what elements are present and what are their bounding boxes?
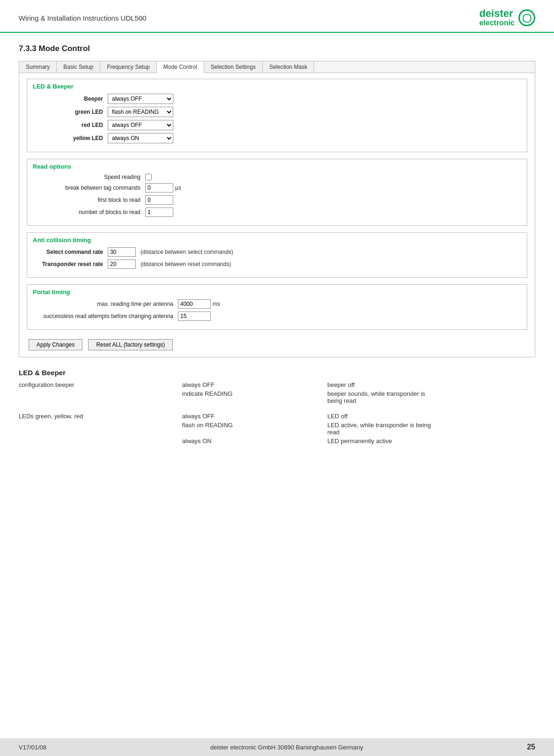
first-block-input[interactable] xyxy=(145,195,173,205)
anti-collision-section: Anti collision timing Select command rat… xyxy=(27,232,527,278)
beeper-row: Beeper always OFF indicate READING xyxy=(33,94,521,104)
mode-control-panel: Summary Basic Setup Frequency Setup Mode… xyxy=(19,61,535,357)
leds-option1: always OFF xyxy=(182,412,327,421)
portal-timing-section: Portal timing max. reading time per ante… xyxy=(27,284,527,330)
leds-desc2: LED active, while transponder is beingre… xyxy=(327,421,535,437)
tab-mode-control[interactable]: Mode Control xyxy=(157,61,204,73)
tab-basic-setup[interactable]: Basic Setup xyxy=(57,61,100,73)
section-heading: 7.3.3 Mode Control xyxy=(19,44,535,53)
footer-company: deister electronic GmbH 30890 Barsinghau… xyxy=(210,744,363,751)
red-led-select[interactable]: always OFF flash on READING always ON xyxy=(108,120,173,130)
transponder-rate-hint: (distance between reset commands) xyxy=(140,261,231,267)
select-rate-hint: (distance between select commands) xyxy=(140,249,233,255)
portal-timing-title: Portal timing xyxy=(33,289,521,296)
first-block-row: first block to read xyxy=(33,195,521,205)
break-unit: µs xyxy=(175,185,181,191)
green-led-select[interactable]: always OFF flash on READING always ON xyxy=(108,107,173,117)
leds-option3: always ON xyxy=(182,437,327,445)
beeper-select[interactable]: always OFF indicate READING xyxy=(108,94,173,104)
speed-reading-row: Speed reading xyxy=(33,174,521,180)
logo-icon: ◯ xyxy=(518,9,535,26)
leds-desc3: LED permanently active xyxy=(327,437,535,445)
apply-changes-button[interactable]: Apply Changes xyxy=(29,339,82,350)
config-beeper-option2: indicate READING xyxy=(182,389,327,405)
footer: V17/01/08 deister electronic GmbH 30890 … xyxy=(0,738,554,756)
leds-category: LEDs green, yellow, red xyxy=(19,412,182,421)
explanation-config-beeper-row2: indicate READING beeper sounds, while tr… xyxy=(19,389,535,405)
logo-electronic: electronic xyxy=(479,19,515,27)
beeper-label: Beeper xyxy=(33,96,108,102)
break-label: break between tag commands xyxy=(33,185,145,191)
red-led-label: red LED xyxy=(33,122,108,128)
first-block-label: first block to read xyxy=(33,197,145,203)
footer-page: 25 xyxy=(527,743,535,751)
break-row: break between tag commands µs xyxy=(33,183,521,193)
break-input[interactable] xyxy=(145,183,173,193)
document-title: Wiring & Installation Instructions UDL50… xyxy=(19,14,147,22)
green-led-row: green LED always OFF flash on READING al… xyxy=(33,107,521,117)
select-rate-input[interactable] xyxy=(108,247,136,257)
read-options-section: Read options Speed reading break between… xyxy=(27,159,527,226)
tab-selection-mask[interactable]: Selection Mask xyxy=(263,61,314,73)
successless-label: successless read attempts before changin… xyxy=(33,313,178,319)
yellow-led-select[interactable]: always OFF flash on READING always ON xyxy=(108,133,173,143)
config-beeper-option1: always OFF xyxy=(182,380,327,389)
select-rate-label: Select command rate xyxy=(33,249,108,255)
tab-frequency-setup[interactable]: Frequency Setup xyxy=(100,61,156,73)
config-beeper-desc1: beeper off xyxy=(327,380,535,389)
logo-deister: deister xyxy=(479,8,515,19)
speed-reading-checkbox[interactable] xyxy=(145,174,152,180)
num-blocks-input[interactable] xyxy=(145,208,173,217)
header: Wiring & Installation Instructions UDL50… xyxy=(0,0,554,33)
explanation-config-beeper-row1: configuration beeper always OFF beeper o… xyxy=(19,380,535,389)
panel-body: LED & Beeper Beeper always OFF indicate … xyxy=(19,73,535,357)
main-content: 7.3.3 Mode Control Summary Basic Setup F… xyxy=(0,33,554,465)
explanation-table: configuration beeper always OFF beeper o… xyxy=(19,380,535,445)
leds-desc1: LED off xyxy=(327,412,535,421)
read-options-title: Read options xyxy=(33,163,521,170)
footer-version: V17/01/08 xyxy=(19,744,46,751)
successless-row: successless read attempts before changin… xyxy=(33,311,521,321)
yellow-led-row: yellow LED always OFF flash on READING a… xyxy=(33,133,521,143)
speed-reading-label: Speed reading xyxy=(33,174,145,180)
red-led-row: red LED always OFF flash on READING alwa… xyxy=(33,120,521,130)
tab-bar: Summary Basic Setup Frequency Setup Mode… xyxy=(19,61,535,73)
select-rate-row: Select command rate (distance between se… xyxy=(33,247,521,257)
max-reading-row: max. reading time per antenna ms xyxy=(33,299,521,309)
green-led-label: green LED xyxy=(33,109,108,115)
tab-summary[interactable]: Summary xyxy=(19,61,57,73)
led-beeper-section: LED & Beeper Beeper always OFF indicate … xyxy=(27,79,527,152)
config-beeper-category: configuration beeper xyxy=(19,380,182,389)
tab-selection-settings[interactable]: Selection Settings xyxy=(204,61,263,73)
num-blocks-label: number of blocks to read xyxy=(33,209,145,215)
explanation-leds-row1: LEDs green, yellow, red always OFF LED o… xyxy=(19,412,535,421)
max-reading-unit: ms xyxy=(213,301,220,307)
num-blocks-row: number of blocks to read xyxy=(33,208,521,217)
buttons-row: Apply Changes Reset ALL (factory setting… xyxy=(27,336,527,351)
transponder-rate-row: Transponder reset rate (distance between… xyxy=(33,259,521,269)
logo: deister electronic ◯ xyxy=(479,8,535,27)
explanation-section: LED & Beeper configuration beeper always… xyxy=(19,369,535,445)
successless-input[interactable] xyxy=(178,311,211,321)
spacer-row xyxy=(19,405,535,412)
transponder-rate-label: Transponder reset rate xyxy=(33,261,108,267)
led-beeper-title: LED & Beeper xyxy=(33,83,521,90)
transponder-rate-input[interactable] xyxy=(108,259,136,269)
yellow-led-label: yellow LED xyxy=(33,135,108,141)
anti-collision-title: Anti collision timing xyxy=(33,237,521,244)
leds-option2: flash on READING xyxy=(182,421,327,437)
config-beeper-desc2: beeper sounds, while transponder isbeing… xyxy=(327,389,535,405)
explanation-leds-row2: flash on READING LED active, while trans… xyxy=(19,421,535,437)
max-reading-input[interactable] xyxy=(178,299,211,309)
max-reading-label: max. reading time per antenna xyxy=(33,301,178,307)
explanation-leds-row3: always ON LED permanently active xyxy=(19,437,535,445)
reset-all-button[interactable]: Reset ALL (factory settings) xyxy=(88,339,173,350)
explanation-led-beeper-title: LED & Beeper xyxy=(19,369,535,377)
